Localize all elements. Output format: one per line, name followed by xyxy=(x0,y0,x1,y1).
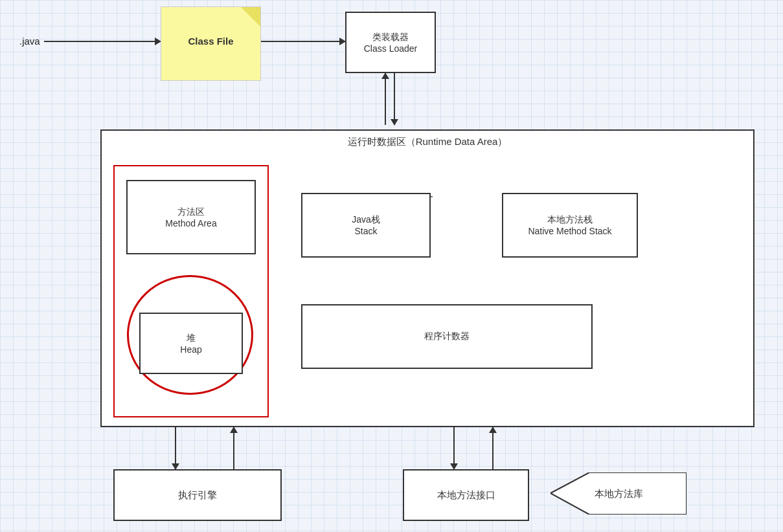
exec-engine-label: 执行引擎 xyxy=(178,489,217,502)
heap-box: 堆 Heap xyxy=(139,313,243,374)
method-area-en-label: Method Area xyxy=(165,218,216,228)
arrow-classloader-to-runtime xyxy=(394,73,395,125)
method-area-box: 方法区 Method Area xyxy=(126,180,256,254)
arrow-runtime-to-classloader xyxy=(385,73,386,125)
arrow-classfile-to-classloader xyxy=(261,41,345,42)
class-loader-box: 类装载器 Class Loader xyxy=(345,12,436,73)
heap-en-label: Heap xyxy=(180,344,201,355)
class-loader-zh-label: 类装载器 xyxy=(372,32,409,43)
native-stack-box: 本地方法栈 Native Method Stack xyxy=(502,193,638,258)
arrow-runtime-to-exec-down xyxy=(175,427,176,469)
jni-box: 本地方法接口 xyxy=(403,469,529,521)
runtime-area-label: 运行时数据区（Runtime Data Area） xyxy=(100,136,755,148)
native-lib-arrow-shape: 本地方法库 xyxy=(550,472,687,515)
exec-engine-box: 执行引擎 xyxy=(113,469,282,521)
java-stack-en-label: Stack xyxy=(354,226,377,236)
native-lib-label: 本地方法库 xyxy=(595,488,643,499)
java-stack-box: Java栈 Stack xyxy=(301,193,431,258)
arrow-exec-to-runtime-up xyxy=(233,427,234,469)
heap-zh-label: 堆 xyxy=(187,333,196,344)
arrow-jni-to-runtime-up xyxy=(492,427,494,469)
class-file-label: Class File xyxy=(161,36,261,47)
class-loader-en-label: Class Loader xyxy=(364,43,418,54)
native-stack-zh-label: 本地方法栈 xyxy=(547,214,593,226)
native-stack-en-label: Native Method Stack xyxy=(528,226,611,236)
jni-label: 本地方法接口 xyxy=(437,489,495,502)
arrow-java-to-classfile xyxy=(44,41,161,42)
java-stack-zh-label: Java栈 xyxy=(352,214,380,226)
method-area-zh-label: 方法区 xyxy=(177,206,205,218)
program-counter-box: 程序计数器 xyxy=(301,304,593,369)
arrow-runtime-to-jni-down xyxy=(453,427,455,469)
java-source-label: .java xyxy=(19,36,40,47)
program-counter-label: 程序计数器 xyxy=(424,331,470,342)
